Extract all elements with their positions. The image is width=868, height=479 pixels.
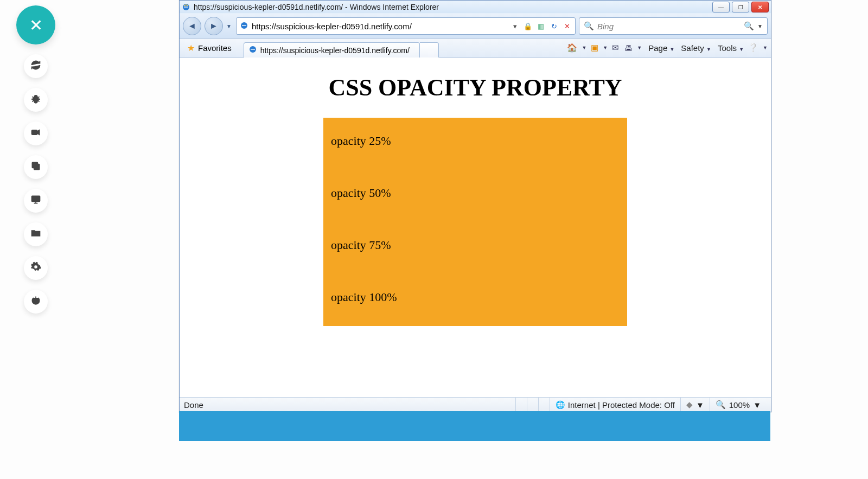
tab-title: https://suspicious-kepler-d0591d.netlify…	[260, 46, 410, 55]
search-dropdown[interactable]: ▼	[757, 23, 763, 29]
opacity-line: opacity 50%	[331, 186, 620, 200]
feeds-dropdown[interactable]: ▼	[603, 45, 608, 50]
address-dropdown[interactable]: ▾	[510, 22, 520, 30]
site-icon	[240, 21, 248, 31]
zoom-control[interactable]: 🔍 100% ▼	[710, 398, 767, 412]
favorites-bar: ★ Favorites https://suspicious-kepler-d0…	[180, 39, 771, 58]
sidebar-bug-button[interactable]	[24, 88, 48, 112]
nav-forward-button[interactable]: ►	[205, 17, 223, 35]
window-minimize-button[interactable]: —	[712, 2, 730, 12]
sidebar-settings-button[interactable]	[24, 256, 48, 280]
security-zone-text: Internet | Protected Mode: Off	[568, 400, 675, 410]
minimize-icon: —	[718, 4, 724, 10]
bug-icon	[30, 93, 41, 107]
status-seg-empty3	[538, 398, 550, 412]
nav-bar: ◄ ► ▼ https://suspicious-kepler-d0591d.n…	[180, 14, 771, 39]
lock-icon: 🔒	[523, 22, 533, 30]
desktop-icon	[30, 194, 41, 208]
status-bar: Done 🌐 Internet | Protected Mode: Off ◆ …	[180, 397, 771, 412]
safety-menu[interactable]: Safety ▼	[678, 43, 711, 53]
arrow-left-icon: ◄	[188, 21, 196, 31]
ie-window: https://suspicious-kepler-d0591d.netlify…	[179, 0, 771, 412]
gear-icon	[30, 261, 41, 275]
arrow-right-icon: ►	[209, 21, 218, 31]
svg-rect-3	[32, 196, 40, 201]
svg-rect-0	[32, 130, 37, 134]
print-dropdown[interactable]: ▼	[637, 45, 642, 50]
nav-history-dropdown[interactable]: ▼	[226, 23, 233, 29]
window-close-button[interactable]: ✕	[751, 2, 769, 12]
favorites-label: Favorites	[198, 43, 232, 53]
shield-icon: ◆	[686, 400, 693, 410]
sidebar-desktop-button[interactable]	[24, 189, 48, 213]
search-placeholder: Bing	[597, 22, 614, 31]
tab-favicon-icon	[248, 45, 257, 55]
page-menu-label: Page	[648, 43, 667, 53]
print-icon: 🖶	[624, 43, 633, 53]
session-sidebar: ✕	[16, 5, 55, 314]
demo-block: opacity 25% opacity 50% opacity 75% opac…	[323, 118, 627, 326]
power-icon	[30, 295, 41, 309]
close-session-button[interactable]: ✕	[16, 5, 55, 44]
sidebar-power-button[interactable]	[24, 290, 48, 314]
tools-menu-label: Tools	[718, 43, 737, 53]
opacity-line: opacity 75%	[331, 238, 620, 252]
close-icon: ✕	[758, 4, 762, 10]
new-tab-button[interactable]	[420, 42, 439, 58]
sidebar-copy-button[interactable]	[24, 155, 48, 179]
ie-logo-icon	[182, 3, 190, 11]
print-button[interactable]: 🖶	[623, 43, 634, 53]
task-strip	[179, 411, 770, 441]
tools-menu[interactable]: Tools ▼	[714, 43, 744, 53]
svg-rect-2	[32, 162, 37, 168]
refresh-button[interactable]: ↻	[549, 22, 559, 30]
page-menu[interactable]: Page ▼	[645, 43, 674, 53]
sidebar-refresh-button[interactable]	[24, 54, 48, 78]
status-seg-empty2	[527, 398, 538, 412]
status-seg-empty1	[515, 398, 527, 412]
search-icon: 🔍	[584, 21, 594, 31]
maximize-icon: ❐	[738, 4, 743, 10]
sidebar-folder-button[interactable]	[24, 222, 48, 246]
help-icon: ❔	[748, 43, 758, 52]
zoom-dropdown[interactable]: ▼	[753, 400, 761, 410]
stop-button[interactable]: ✕	[562, 22, 572, 30]
search-box[interactable]: 🔍 Bing 🔍 ▼	[579, 17, 768, 35]
page-viewport: CSS OPACITY PROPERTY opacity 25% opacity…	[180, 58, 771, 397]
copy-icon	[30, 161, 41, 174]
feeds-button[interactable]: ▣	[590, 43, 599, 53]
home-dropdown[interactable]: ▼	[582, 45, 586, 50]
refresh-icon	[30, 60, 41, 73]
mail-icon: ✉	[612, 43, 619, 52]
sidebar-video-button[interactable]	[24, 122, 48, 145]
home-button[interactable]: 🏠	[566, 43, 578, 53]
zoom-text: 100%	[729, 400, 750, 410]
help-dropdown[interactable]: ▼	[763, 45, 768, 50]
status-text: Done	[184, 400, 203, 410]
command-bar: 🏠▼ ▣▼ ✉ 🖶▼ Page ▼ Safety ▼ Tools ▼ ❔▼	[566, 43, 768, 53]
protected-mode-dropdown[interactable]: ▼	[696, 400, 704, 410]
close-icon: ✕	[29, 16, 43, 35]
safety-menu-label: Safety	[681, 43, 704, 53]
rss-icon: ▣	[591, 43, 598, 52]
address-bar[interactable]: https://suspicious-kepler-d0591d.netlify…	[236, 17, 576, 35]
home-icon: 🏠	[567, 43, 577, 52]
search-go-button[interactable]: 🔍	[744, 21, 754, 31]
compat-view-button[interactable]: ▥	[536, 22, 546, 30]
help-button[interactable]: ❔	[747, 43, 760, 53]
window-title-bar[interactable]: https://suspicious-kepler-d0591d.netlify…	[180, 1, 771, 14]
address-url-text: https://suspicious-kepler-d0591d.netlify…	[252, 22, 507, 31]
mail-button[interactable]: ✉	[611, 43, 620, 53]
security-zone[interactable]: 🌐 Internet | Protected Mode: Off	[550, 398, 680, 412]
browser-tab[interactable]: https://suspicious-kepler-d0591d.netlify…	[244, 42, 420, 58]
nav-back-button[interactable]: ◄	[183, 17, 201, 35]
favorites-button[interactable]: ★ Favorites	[183, 42, 236, 54]
opacity-line: opacity 100%	[331, 290, 620, 304]
star-icon: ★	[187, 43, 195, 53]
protected-mode-button[interactable]: ◆ ▼	[680, 398, 710, 412]
window-maximize-button[interactable]: ❐	[732, 2, 749, 12]
video-icon	[30, 127, 41, 140]
globe-icon: 🌐	[556, 400, 565, 409]
zoom-icon: 🔍	[716, 400, 726, 410]
window-title-text: https://suspicious-kepler-d0591d.netlify…	[194, 3, 439, 11]
